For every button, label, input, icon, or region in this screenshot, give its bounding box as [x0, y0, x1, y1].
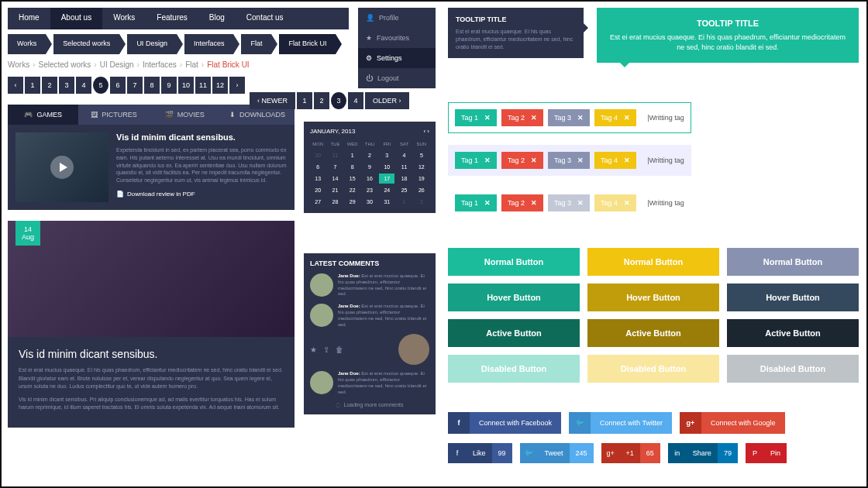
tag[interactable]: Tag 3✕ — [548, 194, 590, 211]
close-icon[interactable]: ✕ — [577, 114, 584, 122]
breadcrumb-segment[interactable]: Works — [8, 34, 46, 54]
connect-google-button[interactable]: g+Connect with Google — [680, 412, 785, 434]
share-icon[interactable]: ⇪ — [323, 345, 329, 354]
nav-item[interactable]: Works — [102, 8, 146, 29]
calendar-day[interactable]: 6 — [310, 162, 326, 172]
active-button[interactable]: Active Button — [727, 319, 859, 347]
calendar-day[interactable]: 2 — [362, 150, 377, 160]
calendar-day[interactable]: 10 — [379, 162, 394, 172]
tag[interactable]: Tag 1✕ — [455, 152, 497, 169]
page-button[interactable]: 1 — [297, 92, 312, 109]
active-button[interactable]: Active Button — [448, 319, 580, 347]
breadcrumb-segment[interactable]: Selected works — [53, 34, 119, 54]
breadcrumb-link[interactable]: UI Design — [100, 60, 134, 69]
calendar-day[interactable]: 24 — [379, 185, 394, 195]
download-link[interactable]: 📄 Download review in PDF — [116, 191, 287, 198]
breadcrumb-link[interactable]: Interfaces — [143, 60, 177, 69]
calendar-day[interactable]: 18 — [396, 174, 412, 184]
tab[interactable]: 🎬MOVIES — [150, 105, 220, 125]
page-button[interactable]: OLDER › — [365, 92, 409, 109]
tag[interactable]: Tag 4✕ — [594, 152, 636, 169]
close-icon[interactable]: ✕ — [624, 156, 630, 164]
dropdown-item[interactable]: ★Favourites — [358, 28, 436, 48]
calendar-day[interactable]: 11 — [396, 162, 412, 172]
tag[interactable]: Tag 1✕ — [455, 109, 497, 126]
close-icon[interactable]: ✕ — [577, 156, 584, 164]
breadcrumb-segment[interactable]: Flat — [241, 34, 271, 54]
connect-twitter-button[interactable]: 🐦Connect with Twitter — [569, 412, 672, 434]
calendar-day[interactable]: 7 — [327, 162, 343, 172]
connect-facebook-button[interactable]: fConnect with Facebook — [448, 412, 561, 434]
calendar-day[interactable]: 3 — [379, 150, 394, 160]
tag-input[interactable]: |Writting tag — [641, 156, 684, 164]
calendar-day[interactable]: 31 — [379, 197, 394, 207]
calendar-day[interactable]: 19 — [414, 174, 429, 184]
plus-button[interactable]: g++165 — [601, 443, 660, 463]
page-button[interactable]: 1 — [25, 77, 40, 94]
normal-button[interactable]: Normal Button — [727, 248, 859, 276]
breadcrumb-segment[interactable]: Interfaces — [184, 34, 234, 54]
calendar-day[interactable]: 20 — [310, 185, 326, 195]
breadcrumb-link[interactable]: Selected works — [39, 60, 91, 69]
calendar-day[interactable]: 23 — [362, 185, 377, 195]
page-button[interactable]: 8 — [144, 77, 160, 94]
breadcrumb-link[interactable]: Works — [8, 60, 29, 69]
dropdown-item[interactable]: ⚙Settings — [358, 48, 436, 68]
close-icon[interactable]: ✕ — [531, 114, 537, 122]
calendar-day[interactable]: 22 — [345, 185, 360, 195]
close-icon[interactable]: ✕ — [484, 156, 491, 164]
calendar-day[interactable]: 30 — [362, 197, 377, 207]
tag[interactable]: Tag 4✕ — [594, 109, 636, 126]
calendar-day[interactable]: 17 — [379, 174, 394, 184]
calendar-day[interactable]: 26 — [414, 185, 429, 195]
page-button[interactable]: 6 — [110, 77, 126, 94]
avatar[interactable] — [398, 334, 429, 365]
nav-item[interactable]: Home — [8, 8, 50, 29]
page-button[interactable]: 11 — [195, 77, 211, 94]
close-icon[interactable]: ✕ — [484, 114, 491, 122]
tweet-button[interactable]: 🐦Tweet245 — [520, 443, 594, 463]
breadcrumb-link[interactable]: Flat Brick UI — [207, 60, 249, 69]
tag[interactable]: Tag 3✕ — [548, 109, 590, 126]
calendar-day[interactable]: 14 — [327, 174, 343, 184]
calendar-day[interactable]: 9 — [362, 162, 377, 172]
page-button[interactable]: ‹ NEWER — [250, 92, 295, 109]
close-icon[interactable]: ✕ — [531, 199, 537, 207]
hover-button[interactable]: Hover Button — [727, 284, 859, 311]
nav-item[interactable]: About us — [50, 8, 102, 29]
page-button[interactable]: ‹ — [8, 77, 23, 94]
hover-button[interactable]: Hover Button — [587, 284, 719, 311]
breadcrumb-link[interactable]: Flat — [185, 60, 198, 69]
article-thumbnail[interactable] — [16, 132, 108, 202]
tab[interactable]: 🎮GAMES — [8, 105, 78, 125]
tag[interactable]: Tag 1✕ — [455, 194, 497, 211]
active-button[interactable]: Active Button — [587, 319, 719, 347]
like-button[interactable]: fLike99 — [448, 443, 512, 463]
tag[interactable]: Tag 4✕ — [594, 194, 636, 211]
page-button[interactable]: 7 — [127, 77, 143, 94]
calendar-day[interactable]: 13 — [310, 174, 326, 184]
calendar-day[interactable]: 28 — [327, 197, 343, 207]
calendar-day[interactable]: 12 — [414, 162, 429, 172]
page-button[interactable]: 4 — [76, 77, 91, 94]
calendar-day[interactable]: 21 — [327, 185, 343, 195]
close-icon[interactable]: ✕ — [531, 156, 537, 164]
calendar-day[interactable]: 15 — [345, 174, 360, 184]
dropdown-item[interactable]: 👤Profile — [358, 8, 436, 28]
star-icon[interactable]: ★ — [310, 345, 317, 354]
page-button[interactable]: 2 — [42, 77, 57, 94]
breadcrumb-segment[interactable]: Flat Brick UI — [279, 34, 336, 54]
page-button[interactable]: 4 — [348, 92, 363, 109]
calendar-day[interactable]: 27 — [310, 197, 326, 207]
calendar-day[interactable]: 5 — [414, 150, 429, 160]
nav-item[interactable]: Features — [146, 8, 198, 29]
close-icon[interactable]: ✕ — [624, 199, 630, 207]
page-button[interactable]: 12 — [212, 77, 228, 94]
close-icon[interactable]: ✕ — [624, 114, 630, 122]
calendar-day[interactable]: 1 — [345, 150, 360, 160]
tag-input[interactable]: |Writting tag — [641, 199, 684, 207]
calendar-day[interactable]: 8 — [345, 162, 360, 172]
close-icon[interactable]: ✕ — [484, 199, 491, 207]
share-button[interactable]: inShare79 — [668, 443, 738, 463]
tag[interactable]: Tag 2✕ — [501, 194, 543, 211]
